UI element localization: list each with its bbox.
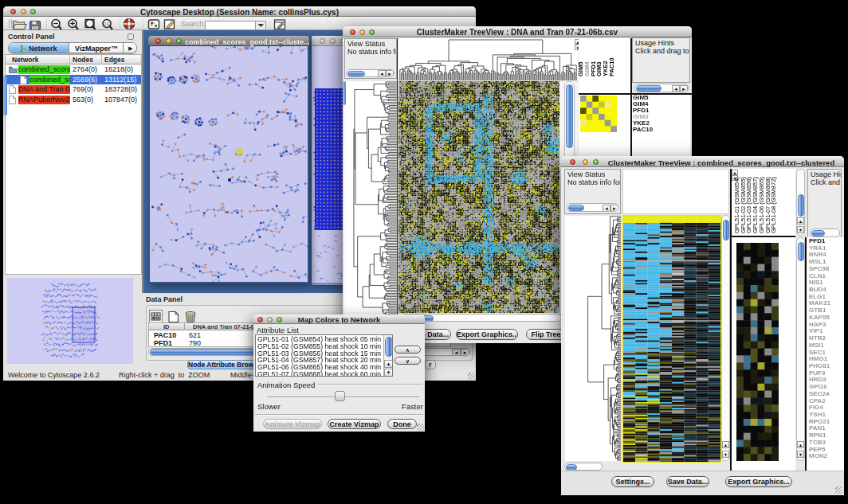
svg-text:1:1: 1:1 (104, 22, 110, 26)
svg-text:Search:: Search: (181, 20, 206, 28)
